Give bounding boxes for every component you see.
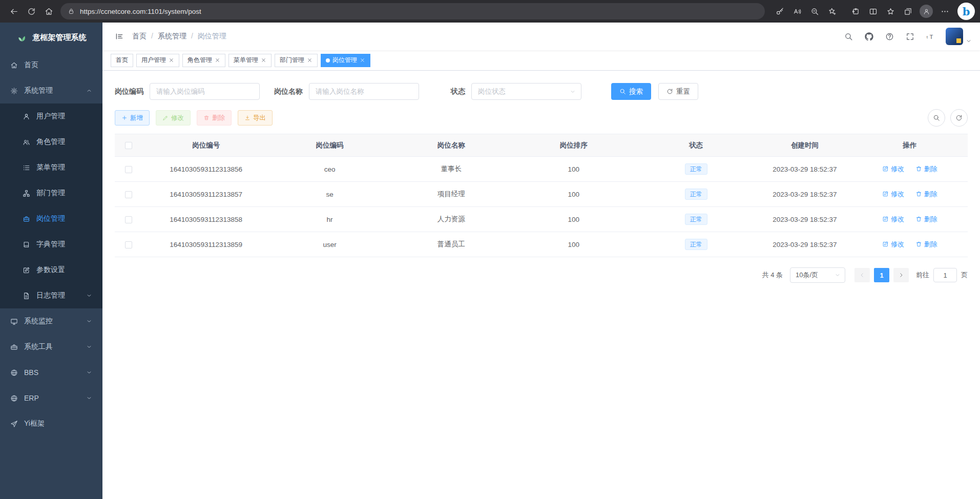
- close-icon[interactable]: [261, 57, 266, 63]
- tab-label: 角色管理: [187, 56, 212, 65]
- export-button[interactable]: 导出: [238, 110, 273, 126]
- tab-role-management[interactable]: 角色管理: [182, 54, 225, 67]
- tab-user-management[interactable]: 用户管理: [136, 54, 179, 67]
- sidebar-item-system-management[interactable]: 系统管理: [0, 78, 102, 103]
- tab-menu-management[interactable]: 菜单管理: [228, 54, 272, 67]
- browser-refresh-button[interactable]: [23, 3, 40, 20]
- refresh-icon: [666, 88, 673, 95]
- font-size-button[interactable]: tT: [925, 31, 935, 41]
- row-checkbox[interactable]: [125, 191, 132, 198]
- row-edit-button[interactable]: 修改: [882, 190, 904, 199]
- sidebar-item-label: 岗位管理: [36, 214, 65, 223]
- saved-password-key-button[interactable]: [771, 3, 788, 20]
- row-delete-button[interactable]: 删除: [915, 215, 937, 224]
- sidebar-item-menu-management[interactable]: 菜单管理: [0, 155, 102, 180]
- split-screen-button[interactable]: [864, 3, 882, 20]
- page-content: 岗位编码 岗位名称 状态 岗位状态: [102, 71, 980, 499]
- sidebar-item-role-management[interactable]: 角色管理: [0, 129, 102, 155]
- page-size-select[interactable]: 10条/页: [790, 267, 845, 283]
- select-all-checkbox[interactable]: [125, 142, 132, 149]
- row-checkbox[interactable]: [125, 166, 132, 173]
- cell-post-code: ceo: [270, 157, 389, 182]
- browser-back-button[interactable]: [5, 3, 23, 20]
- next-page-button[interactable]: [893, 268, 909, 282]
- add-button[interactable]: 新增: [115, 110, 150, 126]
- search-button[interactable]: 搜索: [611, 83, 651, 100]
- row-edit-button[interactable]: 修改: [882, 240, 904, 249]
- close-icon[interactable]: [360, 57, 365, 63]
- sidebar-item-system-tools[interactable]: 系统工具: [0, 334, 102, 360]
- row-delete-button[interactable]: 删除: [915, 190, 937, 199]
- user-avatar[interactable]: [946, 28, 963, 45]
- sidebar-item-label: 菜单管理: [36, 163, 65, 172]
- svg-text:T: T: [929, 33, 933, 39]
- breadcrumb-system-management[interactable]: 系统管理: [158, 32, 198, 41]
- add-button-label: 新增: [130, 114, 143, 122]
- breadcrumb-home[interactable]: 首页: [132, 32, 158, 41]
- app: 意框架管理系统 首页 系统管理 用户管理: [0, 23, 980, 499]
- sidebar-toggle-button[interactable]: [111, 28, 128, 45]
- browser-more-button[interactable]: [936, 3, 953, 20]
- chevron-down-icon: [86, 369, 92, 376]
- reset-button[interactable]: 重置: [658, 83, 698, 100]
- prev-page-button[interactable]: [854, 268, 870, 282]
- sidebar-item-yi-framework[interactable]: Yi框架: [0, 411, 102, 436]
- address-bar[interactable]: https://ccnetcore.com:1101/system/post: [60, 3, 765, 19]
- close-icon[interactable]: [215, 57, 220, 63]
- collections-button[interactable]: [899, 3, 916, 20]
- row-delete-button[interactable]: 删除: [915, 164, 937, 174]
- sidebar-item-post-management[interactable]: 岗位管理: [0, 206, 102, 232]
- sidebar-item-erp[interactable]: ERP: [0, 385, 102, 411]
- close-icon[interactable]: [169, 57, 174, 63]
- row-edit-button[interactable]: 修改: [882, 215, 904, 224]
- delete-button-disabled[interactable]: 删除: [197, 110, 232, 126]
- zoom-button[interactable]: [806, 3, 823, 20]
- search-icon: [844, 32, 853, 41]
- cell-post-sort: 100: [513, 182, 634, 207]
- row-checkbox[interactable]: [125, 216, 132, 223]
- browser-home-button[interactable]: [40, 3, 57, 20]
- home-icon: [10, 61, 18, 69]
- tab-post-management[interactable]: 岗位管理: [321, 54, 370, 67]
- sidebar-item-dict-management[interactable]: 字典管理: [0, 232, 102, 257]
- sidebar-item-param-settings[interactable]: 参数设置: [0, 257, 102, 283]
- close-icon[interactable]: [307, 57, 312, 63]
- sidebar-item-label: ERP: [24, 394, 39, 402]
- sidebar-item-dept-management[interactable]: 部门管理: [0, 180, 102, 206]
- chevron-down-icon: [86, 395, 92, 401]
- add-favorite-button[interactable]: [823, 3, 841, 20]
- bing-chat-button[interactable]: b: [957, 3, 975, 20]
- user-menu[interactable]: [946, 28, 972, 45]
- tab-home[interactable]: 首页: [111, 54, 133, 67]
- tab-dept-management[interactable]: 部门管理: [275, 54, 318, 67]
- help-button[interactable]: [884, 31, 894, 41]
- sidebar-item-home[interactable]: 首页: [0, 52, 102, 78]
- site-info-lock-icon[interactable]: [65, 5, 78, 18]
- split-screen-icon: [869, 7, 878, 16]
- sidebar-item-system-monitor[interactable]: 系统监控: [0, 308, 102, 334]
- row-edit-button[interactable]: 修改: [882, 164, 904, 174]
- row-delete-button[interactable]: 删除: [915, 240, 937, 249]
- sidebar-item-bbs[interactable]: BBS: [0, 360, 102, 385]
- row-checkbox[interactable]: [125, 241, 132, 248]
- read-aloud-button[interactable]: [788, 3, 806, 20]
- page-number-button[interactable]: 1: [874, 268, 889, 282]
- cell-post-id: 1641030593112313856: [142, 157, 270, 182]
- extensions-button[interactable]: [847, 3, 864, 20]
- refresh-table-button[interactable]: [950, 109, 968, 127]
- post-name-input[interactable]: [309, 83, 419, 100]
- toggle-search-button[interactable]: [928, 109, 945, 127]
- header-search-button[interactable]: [843, 31, 853, 41]
- search-button-label: 搜索: [629, 87, 643, 96]
- post-code-input[interactable]: [150, 83, 260, 100]
- edit-button-disabled[interactable]: 修改: [156, 110, 191, 126]
- cell-post-sort: 100: [513, 157, 634, 182]
- favorites-button[interactable]: [882, 3, 899, 20]
- github-link-button[interactable]: [864, 31, 874, 41]
- browser-profile-button[interactable]: [920, 5, 933, 18]
- sidebar-item-log-management[interactable]: 日志管理: [0, 283, 102, 308]
- sidebar-item-user-management[interactable]: 用户管理: [0, 103, 102, 129]
- status-select[interactable]: 岗位状态: [471, 83, 581, 100]
- fullscreen-button[interactable]: [905, 31, 915, 41]
- goto-page-input[interactable]: [933, 268, 957, 282]
